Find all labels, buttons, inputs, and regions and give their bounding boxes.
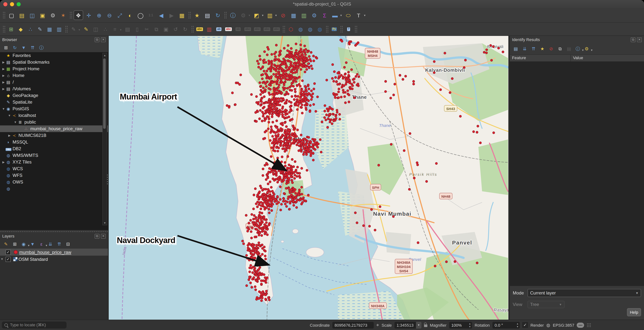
close-panel-icon[interactable]: ✕: [101, 234, 106, 238]
render-checkbox[interactable]: ✓: [522, 322, 528, 328]
expand-arrow-icon[interactable]: ▶: [2, 87, 6, 91]
new-project-icon[interactable]: ▢: [7, 10, 16, 20]
crs-status-button[interactable]: EPSG:3857: [553, 323, 574, 327]
layer-labeling-icon[interactable]: abc: [195, 25, 204, 34]
close-panel-icon[interactable]: ✕: [637, 37, 642, 42]
data-source-manager-icon[interactable]: ⊞: [7, 25, 16, 34]
toolbar-grip[interactable]: [224, 12, 226, 19]
dropdown-arrow-icon[interactable]: ▼: [364, 14, 366, 17]
browser-item-db2[interactable]: DB2DB2: [0, 145, 108, 152]
expand-arrow-icon[interactable]: ▶: [8, 134, 12, 137]
identify-settings-icon[interactable]: ⚙▼: [583, 45, 590, 53]
layer-diagram-icon[interactable]: ▥: [205, 25, 214, 34]
expand-arrow-icon[interactable]: ▼: [8, 114, 12, 117]
scrollbar-thumb[interactable]: [103, 59, 106, 129]
browser-item-nuimcs621b[interactable]: ▶≺NUIMCS621B: [0, 132, 108, 139]
pan-map-icon[interactable]: ✥: [74, 10, 83, 20]
browser-item-project-home[interactable]: ▶▦Project Home: [0, 66, 108, 72]
zoom-to-layer-icon[interactable]: ◯: [136, 10, 145, 20]
zoom-next-icon[interactable]: ▶: [167, 10, 176, 20]
new-geopackage-layer-icon[interactable]: ◆: [16, 25, 25, 34]
spinner-arrows-icon[interactable]: ▲▼: [469, 322, 471, 328]
show-statistics-panel-icon[interactable]: Σ: [320, 10, 330, 20]
zoom-in-icon[interactable]: ⊕: [94, 10, 104, 20]
metasearch-icon[interactable]: ◍: [315, 25, 324, 34]
expand-tree-icon[interactable]: ⇊: [521, 45, 528, 53]
toolbar-grip[interactable]: [340, 25, 343, 33]
redo-icon[interactable]: ↻: [181, 25, 190, 34]
chevron-down-icon[interactable]: ▼: [416, 322, 421, 328]
save-project-icon[interactable]: ◫: [27, 10, 37, 20]
collapse-tree-icon[interactable]: ⇈: [530, 45, 537, 53]
expand-arrow-icon[interactable]: ▶: [2, 160, 6, 164]
mode-combo[interactable]: Current layer ▼: [528, 289, 641, 297]
new-spatial-bookmark-icon[interactable]: ★: [192, 10, 202, 20]
open-project-icon[interactable]: ▤: [17, 10, 26, 20]
lock-scale-icon[interactable]: [424, 324, 427, 327]
browser-item--volumes[interactable]: ▶▤/Volumes: [0, 86, 108, 92]
dropdown-arrow-icon[interactable]: ▼: [590, 49, 593, 52]
dropdown-arrow-icon[interactable]: ▼: [248, 14, 251, 17]
browser-item-wms-wmts[interactable]: ◍WMS/WMTS: [0, 152, 108, 159]
toolbar-grip[interactable]: [2, 25, 5, 33]
browser-item-public[interactable]: ▼≣public: [0, 119, 108, 125]
layout-manager-icon[interactable]: ⚙: [48, 10, 58, 20]
locator-search-input[interactable]: Type to locate (⌘K): [2, 321, 66, 328]
browser-item-clipped[interactable]: ◍: [0, 185, 108, 192]
new-shapefile-layer-icon[interactable]: ∴: [26, 25, 35, 34]
browser-item-mumbai-house-price-raw[interactable]: ∴mumbai_house_price_raw: [0, 125, 108, 132]
processing-toolbox-icon[interactable]: ⚙: [310, 10, 319, 20]
browser-item--[interactable]: ▶▤/: [0, 79, 108, 86]
collapse-all-icon[interactable]: ⇈: [29, 44, 36, 52]
delete-selected-icon[interactable]: ▯: [133, 25, 142, 34]
expand-new-results-icon[interactable]: ★: [539, 45, 546, 53]
float-panel-icon[interactable]: ⧉: [95, 234, 100, 238]
paste-features-icon[interactable]: ▣: [162, 25, 170, 34]
zoom-last-icon[interactable]: ◀: [156, 10, 166, 20]
view-combo[interactable]: Tree ▼: [528, 301, 564, 308]
undo-icon[interactable]: ↺: [171, 25, 180, 34]
python-console-icon[interactable]: Py: [330, 25, 339, 34]
show-spatial-bookmarks-icon[interactable]: ▤: [202, 10, 212, 20]
pin-labels-icon[interactable]: ab: [214, 25, 223, 34]
map-canvas[interactable]: MumbaiAmbivaliKalyan-DombivliThaneThaneP…: [109, 36, 508, 320]
browser-scrollbar[interactable]: ▲ ▼: [102, 53, 107, 225]
open-layer-styling-icon[interactable]: ✎: [2, 240, 10, 248]
identify-mode-icon[interactable]: ⓘ▼: [574, 45, 582, 53]
expand-arrow-icon[interactable]: ▶: [2, 67, 6, 71]
manage-map-themes-icon[interactable]: ◉▼: [20, 240, 27, 248]
zoom-native-icon[interactable]: 1:1: [146, 10, 156, 20]
toolbar-grip[interactable]: [2, 12, 5, 19]
dropdown-arrow-icon[interactable]: ▼: [120, 28, 122, 31]
help-button[interactable]: Help: [627, 308, 641, 316]
rotate-label-icon[interactable]: abc: [262, 25, 271, 34]
vertex-tool-icon[interactable]: ⌗▼: [110, 25, 120, 34]
new-virtual-layer-icon[interactable]: ▦: [45, 25, 54, 34]
dropdown-arrow-icon[interactable]: ▼: [340, 14, 342, 17]
messages-icon[interactable]: •••: [577, 322, 584, 327]
scroll-down-icon[interactable]: ▼: [103, 221, 107, 225]
rotation-spinner[interactable]: 0.0 ° ▲▼: [492, 322, 520, 328]
zoom-full-icon[interactable]: ⤢: [115, 10, 124, 20]
cut-features-icon[interactable]: ✂: [142, 25, 151, 34]
change-label-properties-icon[interactable]: abc: [272, 25, 281, 34]
new-spatialite-layer-icon[interactable]: ✎: [36, 25, 44, 34]
dropdown-arrow-icon[interactable]: ▼: [275, 14, 277, 17]
scroll-up-icon[interactable]: ▲: [103, 53, 107, 57]
metasearch-new-connection-icon[interactable]: ◍: [296, 25, 305, 34]
identify-features-icon[interactable]: ⓘ: [228, 10, 238, 20]
scale-combo[interactable]: 1:345513 ▼: [394, 322, 421, 328]
layer-visibility-checkbox[interactable]: ✓: [6, 256, 11, 262]
refresh-map-icon[interactable]: ↻: [213, 10, 222, 20]
layer-visibility-checkbox[interactable]: ✓: [6, 249, 11, 255]
expand-all-layers-icon[interactable]: ⇊: [46, 240, 54, 248]
text-annotation-icon[interactable]: T▼: [354, 10, 364, 20]
panel-splitter[interactable]: [0, 230, 108, 232]
expand-arrow-icon[interactable]: ▼: [13, 120, 18, 124]
toolbar-grip[interactable]: [70, 12, 72, 19]
refresh-browser-icon[interactable]: ↻: [11, 44, 18, 52]
statistical-summary-icon[interactable]: ▥: [299, 10, 309, 20]
clear-results-icon[interactable]: ⊘: [548, 45, 555, 53]
modify-attributes-icon[interactable]: ▤: [123, 25, 132, 34]
collapse-all-layers-icon[interactable]: ⇈: [56, 240, 63, 248]
